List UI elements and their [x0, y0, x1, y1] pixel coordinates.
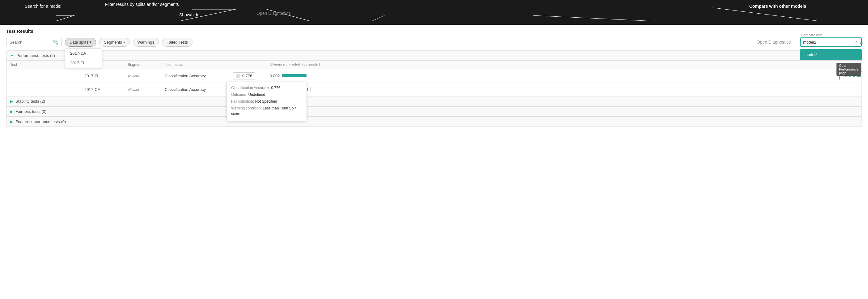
annotation-filter: Filter results by splits and/or segments: [105, 2, 179, 7]
row1-diff: 0.002: [270, 73, 839, 78]
annotation-showhide: Show/hide: [179, 12, 199, 17]
compare-model2-item[interactable]: model2: [800, 49, 862, 60]
segments-button[interactable]: Segments: [99, 38, 129, 47]
fairness-section-header[interactable]: ▶ Fairness tests (0): [6, 107, 862, 117]
tooltip-row-fail: Fail condition: Not Specified: [231, 99, 302, 104]
col-segment: Segment: [128, 62, 165, 67]
warnings-button[interactable]: Warnings: [133, 38, 159, 47]
svg-line-0: [56, 16, 74, 21]
data-splits-button[interactable]: Data splits ▾: [65, 38, 96, 47]
annotation-search: Search for a model: [25, 4, 61, 9]
row2-data-split: 2017-CA: [84, 87, 128, 92]
column-headers: Test Data split Segment Test metric diff…: [6, 61, 862, 69]
row1-metric: Classification Accuracy: [165, 73, 233, 78]
row1-value-box: ⬜ 0.776: [233, 72, 255, 80]
tooltip-row-accuracy: Classification Accuracy: 0.776: [231, 85, 302, 91]
performance-section-title: Performance tests (2): [17, 53, 55, 58]
performance-section: ▼ Performance tests (2) Test Data split …: [6, 51, 862, 96]
stability-section-header[interactable]: ▶ Stability tests (2): [6, 96, 862, 107]
data-splits-container: Data splits ▾ 2017-CA 2017-FL: [65, 38, 96, 47]
table-row: 2017-FL All data Classification Accuracy…: [6, 69, 862, 83]
feature-section: ▶ Feature importance tests (0): [6, 117, 862, 127]
col-diff: difference of model2 from model1: [270, 62, 839, 67]
row1-value: ⬜ 0.776 Classification Accuracy: 0.776 O…: [233, 72, 270, 80]
stability-section: ▶ Stability tests (2): [6, 96, 862, 107]
col-value: [233, 62, 270, 67]
divider: [310, 87, 311, 92]
annotation-open-diagnostics: Open Diagnostics: [256, 11, 291, 16]
compare-with-label: Compare with: [801, 33, 822, 37]
tooltip-popup: Classification Accuracy: 0.776 Outcome: …: [226, 82, 307, 121]
performance-chevron-icon: ▼: [10, 54, 14, 58]
dropdown-item-2017-fl[interactable]: 2017-FL: [65, 58, 102, 68]
feature-section-header[interactable]: ▶ Feature importance tests (0): [6, 117, 862, 127]
annotation-banner: Search for a model Filter results by spl…: [0, 0, 868, 25]
table-row: 2017-CA All data Classification Accuracy…: [6, 83, 862, 96]
compare-input-container: × ▲: [800, 37, 862, 47]
svg-line-6: [713, 8, 818, 21]
search-box: 🔍: [6, 38, 62, 47]
fairness-section: ▶ Fairness tests (0): [6, 107, 862, 117]
page-title: Test Results: [6, 28, 862, 34]
col-test-metric: Test metric: [165, 62, 233, 67]
open-perf-tooltip: Open Performance page: [836, 63, 861, 76]
main-content: Test Results 🔍 Data splits ▾ 2017-CA 201…: [0, 25, 868, 131]
compare-clear-button[interactable]: ×: [855, 39, 858, 45]
svg-line-5: [372, 16, 384, 21]
fairness-section-title: Fairness tests (0): [16, 109, 46, 114]
toolbar: 🔍 Data splits ▾ 2017-CA 2017-FL Segments…: [6, 37, 862, 47]
tooltip-row-warning: Warning condition: Less than Train Split…: [231, 106, 302, 117]
failed-tests-button[interactable]: Failed Tests: [162, 38, 192, 47]
compare-chevron-icon[interactable]: ▲: [859, 39, 863, 44]
row1-data-split: 2017-FL: [84, 73, 128, 78]
annotation-compare: Compare with other models: [749, 4, 806, 9]
feature-chevron-icon: ▶: [10, 120, 13, 124]
open-diagnostics-label: Open Diagnostics: [756, 39, 791, 44]
row1-action: PERFORMANCE → Open Performance page: [839, 71, 858, 80]
stability-section-title: Stability tests (2): [16, 99, 45, 103]
fairness-chevron-icon: ▶: [10, 110, 13, 114]
row2-action: PERFORMANCE: [839, 85, 858, 93]
feature-section-title: Feature importance tests (0): [16, 119, 66, 124]
compare-dropdown: model2: [800, 49, 862, 60]
row2-metric: Classification Accuracy: [165, 87, 233, 92]
search-input[interactable]: [9, 40, 53, 44]
row1-segment: All data: [128, 73, 165, 78]
row2-diff: -0.003: [270, 87, 839, 92]
compare-input[interactable]: [803, 40, 855, 44]
compare-with-box: Compare with × ▲ model2: [800, 37, 862, 47]
row2-segment: All data: [128, 87, 165, 92]
table-wrapper: ▼ Performance tests (2) Test Data split …: [6, 51, 862, 127]
stability-chevron-icon: ▶: [10, 99, 13, 103]
svg-line-7: [533, 16, 651, 21]
performance-section-header[interactable]: ▼ Performance tests (2): [6, 51, 862, 61]
row1-diff-bar: [282, 74, 307, 77]
tooltip-row-outcome: Outcome: Undefined: [231, 92, 302, 97]
copy-icon[interactable]: ⬜: [236, 73, 240, 78]
data-splits-dropdown: 2017-CA 2017-FL: [65, 48, 102, 68]
search-icon: 🔍: [53, 39, 58, 44]
dropdown-item-2017-ca[interactable]: 2017-CA: [65, 49, 102, 58]
